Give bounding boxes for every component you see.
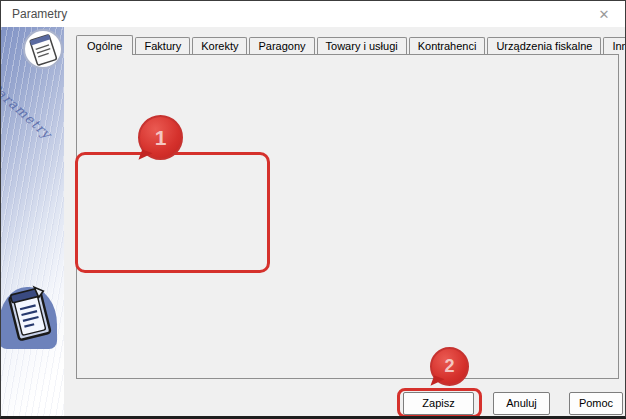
tab-inne[interactable]: Inne	[603, 37, 626, 54]
tab-paragony[interactable]: Paragony	[249, 37, 314, 54]
cancel-button[interactable]: Anuluj	[493, 392, 550, 415]
notepad-icon-large	[1, 285, 59, 347]
save-button[interactable]: Zapisz	[403, 392, 474, 415]
help-button[interactable]: Pomoc	[569, 392, 623, 415]
notepad-icon	[22, 28, 64, 70]
tab-kontrahenci[interactable]: Kontrahenci	[409, 37, 486, 54]
decorative-sidebar: Parametry	[1, 27, 64, 419]
window-title: Parametry	[12, 1, 67, 27]
wave-pattern	[1, 27, 64, 419]
tab-faktury[interactable]: Faktury	[135, 37, 190, 54]
parameters-dialog: Parametry ✕ Parametry	[0, 0, 626, 419]
close-icon[interactable]: ✕	[587, 1, 621, 27]
title-bar: Parametry ✕	[1, 1, 625, 27]
tab-urzadzenia-fiskalne[interactable]: Urządzenia fiskalne	[487, 37, 601, 54]
tab-ogolne[interactable]: Ogólne	[76, 35, 133, 55]
tab-strip: Ogólne Faktury Korekty Paragony Towary i…	[76, 32, 626, 54]
tab-content-pane	[76, 54, 619, 379]
tab-korekty[interactable]: Korekty	[192, 37, 247, 54]
tab-towary-i-uslugi[interactable]: Towary i usługi	[317, 37, 407, 54]
